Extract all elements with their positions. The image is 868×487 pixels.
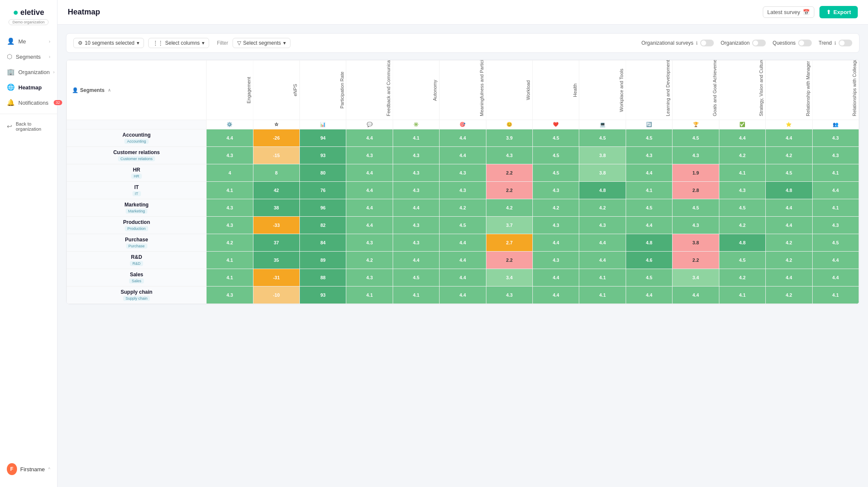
heatmap-cell: 4.8	[719, 234, 765, 252]
sidebar-item-segments[interactable]: ⬡ Segments ›	[0, 49, 57, 64]
questions-toggle[interactable]	[798, 40, 812, 46]
username: Firstname	[20, 466, 45, 473]
sidebar-item-me[interactable]: 👤 Me ›	[0, 34, 57, 49]
autonomy-label: Autonomy	[432, 80, 437, 101]
heatmap-cell: 2.2	[486, 164, 532, 182]
heatmap-cell: 4.5	[719, 199, 765, 217]
trend-toggle[interactable]	[839, 40, 852, 46]
trend-toggle-group: Trend ℹ	[819, 40, 852, 46]
col-health-header: Health	[533, 60, 579, 120]
org-surveys-toggle[interactable]	[700, 40, 714, 46]
workplace-label: Workplace and Tools	[619, 69, 624, 112]
heatmap-cell: 4.2	[579, 199, 626, 217]
heatmap-cell: 4.5	[673, 129, 719, 147]
heatmap-cell: 4.2	[766, 286, 812, 304]
heatmap-cell: 4.1	[207, 269, 253, 286]
collapse-icon[interactable]: ∧	[108, 88, 111, 92]
heatmap-cell: 82	[300, 217, 346, 234]
select-segments-filter[interactable]: ▽ Select segments ▾	[233, 38, 290, 48]
export-button[interactable]: ⬆ Export	[819, 6, 858, 18]
heatmap-cell: 4.5	[533, 147, 579, 164]
heatmap-cell: 4.2	[766, 252, 812, 269]
heatmap-cell: 4.1	[812, 286, 859, 304]
topbar: Heatmap Latest survey 📅 ⬆ Export	[57, 0, 868, 25]
heatmap-cell: 37	[253, 234, 299, 252]
segment-name: Production	[72, 219, 201, 225]
segment-name-cell: Production Production	[67, 217, 207, 234]
heatmap-cell: 4.2	[719, 147, 765, 164]
workload-icon: 😊	[486, 120, 532, 129]
feedback-label: Feedback and Communication	[386, 60, 391, 116]
demo-badge: Demo organization	[9, 19, 49, 25]
enps-label: eNPS	[293, 84, 298, 96]
segment-name: R&D	[72, 254, 201, 260]
sidebar-item-heatmap[interactable]: 🌐 Heatmap	[0, 80, 57, 95]
notifications-badge: 32	[54, 100, 62, 105]
main-area: Heatmap Latest survey 📅 ⬆ Export ⚙ 10 se…	[57, 0, 868, 487]
sidebar-item-organization[interactable]: 🏢 Organization ›	[0, 64, 57, 80]
heatmap-cell: 4.6	[626, 252, 672, 269]
user-profile[interactable]: F Firstname ^	[0, 458, 57, 480]
heatmap-cell: 84	[300, 234, 346, 252]
heatmap-cell: 4.2	[440, 199, 486, 217]
heatmap-table: 👤 Segments ∧ Engagement eNPS Participati…	[66, 60, 859, 304]
heatmap-cell: 4.1	[812, 199, 859, 217]
segment-name: Marketing	[72, 202, 201, 208]
columns-filter[interactable]: ⋮⋮ Select columns ▾	[148, 38, 209, 48]
segment-tag: Production	[125, 226, 148, 231]
heatmap-cell: 4.5	[626, 129, 672, 147]
engagement-label: Engagement	[246, 77, 251, 103]
manager-label: Relationship with Manager	[805, 61, 811, 116]
heatmap-cell: 2.8	[673, 182, 719, 199]
heatmap-cell: 4.3	[626, 147, 672, 164]
select-segments-icon: ▽	[237, 40, 241, 46]
goals-label: Goals and Goal Achievement	[712, 60, 717, 116]
heatmap-cell: 3.8	[673, 234, 719, 252]
heatmap-cell: 4.4	[440, 129, 486, 147]
col-strategy-header: Strategy, Vision and Culture	[719, 60, 765, 120]
heatmap-cell: 4.3	[393, 217, 439, 234]
heatmap-cell: 4.1	[719, 164, 765, 182]
heatmap-cell: 4	[207, 164, 253, 182]
table-row: Accounting Accounting 4.4-26944.44.14.43…	[67, 129, 859, 147]
segments-filter[interactable]: ⚙ 10 segments selected ▾	[73, 38, 144, 48]
trend-label: Trend	[819, 40, 832, 46]
heatmap-cell: 4.4	[533, 269, 579, 286]
sidebar-item-notifications[interactable]: 🔔 Notifications 32	[0, 95, 57, 110]
workplace-icon: 💻	[579, 120, 626, 129]
col-feedback-header: Feedback and Communication	[346, 60, 393, 120]
heatmap-cell: 4.3	[346, 269, 393, 286]
goals-icon: 🏆	[673, 120, 719, 129]
heatmap-cell: 4.3	[207, 286, 253, 304]
org-surveys-toggle-group: Organizational surveys ℹ	[641, 40, 714, 46]
segment-name-cell: R&D R&D	[67, 252, 207, 269]
survey-selector[interactable]: Latest survey 📅	[763, 6, 814, 18]
heatmap-cell: 4.3	[812, 129, 859, 147]
heatmap-cell: 4.4	[440, 147, 486, 164]
heatmap-cell: 4.8	[626, 234, 672, 252]
heatmap-wrapper: 👤 Segments ∧ Engagement eNPS Participati…	[66, 60, 859, 304]
header-row-labels: 👤 Segments ∧ Engagement eNPS Participati…	[67, 60, 859, 120]
health-icon: ❤️	[533, 120, 579, 129]
heatmap-cell: 4.5	[766, 164, 812, 182]
heatmap-cell: 4.4	[766, 269, 812, 286]
heatmap-cell: 4.4	[766, 217, 812, 234]
heatmap-cell: 3.8	[579, 164, 626, 182]
organization-toggle[interactable]	[752, 40, 766, 46]
table-row: HR HR 48804.44.34.32.24.53.84.41.94.14.5…	[67, 164, 859, 182]
heatmap-cell: 4.1	[719, 286, 765, 304]
col-learning-header: Learning and Development	[626, 60, 672, 120]
heatmap-cell: 4.3	[207, 217, 253, 234]
filter-bar: ⚙ 10 segments selected ▾ ⋮⋮ Select colum…	[66, 33, 859, 53]
segment-name-cell: IT IT	[67, 182, 207, 199]
heatmap-cell: 4.4	[440, 286, 486, 304]
heatmap-cell: 2.2	[486, 252, 532, 269]
table-row: IT IT 4.142764.44.34.32.24.34.84.12.84.3…	[67, 182, 859, 199]
sidebar-item-back[interactable]: ↩ Back toorganization	[0, 117, 57, 135]
segments-filter-icon: ⚙	[78, 40, 83, 46]
select-segments-label: Select segments	[243, 40, 281, 46]
heatmap-cell: 89	[300, 252, 346, 269]
table-row: Sales Sales 4.1-31884.34.54.43.44.44.14.…	[67, 269, 859, 286]
segment-name: Supply chain	[72, 289, 201, 295]
segment-tag: HR	[131, 174, 142, 179]
